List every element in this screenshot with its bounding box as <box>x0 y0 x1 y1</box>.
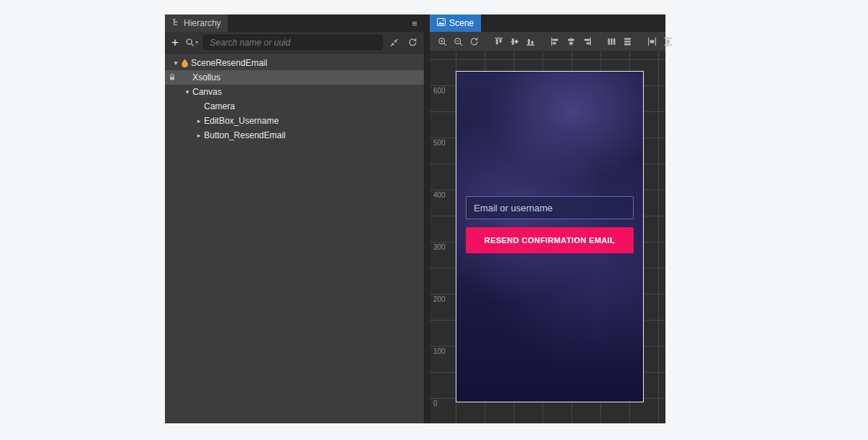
ruler-label: 400 <box>433 191 446 199</box>
distribute-vertical-icon[interactable] <box>621 35 634 48</box>
ruler-label: 0 <box>433 399 438 407</box>
tree-node-label: Canvas <box>192 87 222 97</box>
stretch-vertical-icon[interactable] <box>661 35 674 48</box>
editor-window: Hierarchy ≡ + ▾ ▾SceneResendEmailXsollus… <box>165 14 665 423</box>
expand-arrow-icon[interactable]: ▾ <box>171 59 181 67</box>
expand-arrow-icon[interactable]: ▸ <box>194 132 204 139</box>
expand-arrow-icon[interactable]: ▸ <box>194 117 204 124</box>
align-bottom-icon[interactable] <box>524 35 537 48</box>
tree-node-label: Camera <box>204 101 235 111</box>
resend-email-button[interactable]: RESEND CONFIRMATION EMAIL <box>466 227 634 253</box>
ruler-label: 600 <box>433 87 446 95</box>
align-left-icon[interactable] <box>548 35 561 48</box>
hierarchy-panel: Hierarchy ≡ + ▾ ▾SceneResendEmailXsollus… <box>165 14 424 423</box>
hierarchy-tabbar: Hierarchy ≡ <box>165 14 424 32</box>
lock-icon[interactable] <box>169 73 176 81</box>
tabbar-spacer <box>481 14 665 32</box>
panel-menu-icon[interactable]: ≡ <box>405 14 424 32</box>
editbox-placeholder: Email or username <box>474 203 553 213</box>
tree-row[interactable]: Xsollus <box>165 70 424 85</box>
tab-scene-label: Scene <box>449 18 474 28</box>
tree-row[interactable]: ▾Canvas <box>165 85 424 99</box>
hierarchy-toolbar: + ▾ <box>165 32 424 54</box>
ruler-label: 500 <box>433 139 446 147</box>
tree-node-label: Button_ResendEmail <box>204 130 286 140</box>
tabbar-spacer <box>228 14 405 32</box>
scene-tab-icon <box>437 18 446 28</box>
expand-arrow-icon[interactable]: ▾ <box>182 88 192 96</box>
search-input[interactable] <box>203 35 383 50</box>
tree-row[interactable]: ▸EditBox_Username <box>165 114 424 128</box>
tab-scene[interactable]: Scene <box>430 14 481 32</box>
stretch-horizontal-icon[interactable] <box>645 35 658 48</box>
editbox-username[interactable]: Email or username <box>466 196 634 219</box>
hierarchy-icon <box>172 18 180 28</box>
align-top-icon[interactable] <box>492 35 505 48</box>
tab-hierarchy[interactable]: Hierarchy <box>165 14 228 32</box>
tree-row[interactable]: Camera <box>165 99 424 114</box>
scene-toolbar <box>430 32 665 51</box>
tree-node-label: EditBox_Username <box>204 116 278 126</box>
ruler-label: 100 <box>433 347 446 355</box>
add-node-button[interactable]: + <box>170 36 180 48</box>
align-hcenter-icon[interactable] <box>564 35 577 48</box>
zoom-in-icon[interactable] <box>435 35 448 48</box>
tree-node-label: SceneResendEmail <box>191 58 267 68</box>
tab-hierarchy-label: Hierarchy <box>184 18 221 28</box>
hierarchy-tree: ▾SceneResendEmailXsollus▾CanvasCamera▸Ed… <box>165 54 424 423</box>
tree-row[interactable]: ▾SceneResendEmail <box>165 56 424 70</box>
game-preview[interactable]: Email or username RESEND CONFIRMATION EM… <box>456 71 644 402</box>
panel-splitter[interactable] <box>424 14 430 423</box>
tree-node-label: Xsollus <box>192 72 221 82</box>
zoom-out-icon[interactable] <box>451 35 464 48</box>
chevron-down-icon: ▾ <box>195 39 198 46</box>
ruler-label: 300 <box>433 243 446 251</box>
distribute-horizontal-icon[interactable] <box>605 35 618 48</box>
align-right-icon[interactable] <box>580 35 593 48</box>
search-filter-button[interactable]: ▾ <box>185 38 198 47</box>
scene-panel: Scene Email or username RESEND CONFIRMAT… <box>430 14 665 423</box>
collapse-all-icon[interactable] <box>388 36 401 49</box>
reset-view-icon[interactable] <box>467 35 480 48</box>
ruler-label: 200 <box>433 295 446 303</box>
align-vcenter-icon[interactable] <box>508 35 521 48</box>
scene-tabbar: Scene <box>430 14 665 32</box>
scene-canvas[interactable]: Email or username RESEND CONFIRMATION EM… <box>430 51 665 423</box>
scene-asset-icon <box>181 59 189 67</box>
refresh-icon[interactable] <box>406 36 419 49</box>
tree-row[interactable]: ▸Button_ResendEmail <box>165 128 424 143</box>
